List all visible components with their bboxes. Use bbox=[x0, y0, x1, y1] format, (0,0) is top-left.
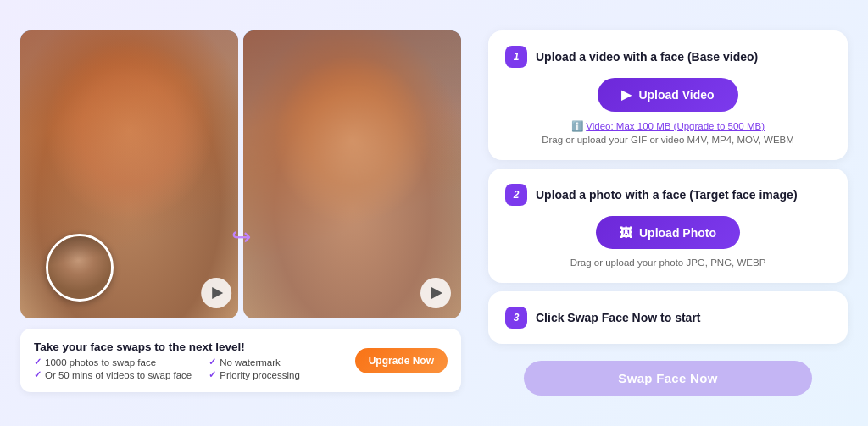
left-panel: ↪ Take your face sw bbox=[20, 30, 461, 392]
upgrade-features: ✓ 1000 photos to swap face ✓ Or 50 mins … bbox=[34, 357, 300, 380]
step-2-drag-hint: Drag or upload your photo JPG, PNG, WEBP bbox=[505, 257, 831, 268]
target-face-preview bbox=[243, 30, 461, 318]
step-1-drag-hint: Drag or upload your GIF or video M4V, MP… bbox=[505, 135, 831, 145]
step-2-title: Upload a photo with a face (Target face … bbox=[536, 188, 798, 202]
upload-photo-icon: 🖼 bbox=[620, 225, 632, 240]
feature-item-1: ✓ 1000 photos to swap face bbox=[34, 357, 192, 368]
step-1-title: Upload a video with a face (Base video) bbox=[536, 50, 758, 64]
check-icon-2: ✓ bbox=[34, 369, 42, 380]
upload-video-label: Upload Video bbox=[638, 88, 714, 102]
step-1-header: 1 Upload a video with a face (Base video… bbox=[505, 46, 831, 68]
swap-face-now-button[interactable]: Swap Face Now bbox=[524, 361, 811, 396]
feature-item-4: ✓ Priority processing bbox=[209, 369, 300, 380]
upgrade-banner: Take your face swaps to the next level! … bbox=[20, 329, 461, 392]
upload-photo-button[interactable]: 🖼 Upload Photo bbox=[596, 216, 740, 249]
step-1-number: 1 bbox=[505, 46, 527, 68]
swap-arrow: ↪ bbox=[231, 223, 251, 251]
upgrade-heading: Take your face swaps to the next level! bbox=[34, 340, 300, 353]
check-icon-3: ✓ bbox=[209, 357, 216, 368]
feature-col-1: ✓ 1000 photos to swap face ✓ Or 50 mins … bbox=[34, 357, 192, 380]
check-icon-4: ✓ bbox=[209, 369, 216, 380]
upgrade-now-button[interactable]: Upgrade Now bbox=[355, 348, 448, 373]
source-face-circle bbox=[46, 234, 114, 302]
feature-label-4: Priority processing bbox=[220, 370, 300, 380]
upload-video-icon: ▶ bbox=[621, 87, 632, 102]
play-icon bbox=[431, 287, 442, 299]
info-icon: ℹ️ bbox=[571, 121, 583, 131]
feature-label-3: No watermark bbox=[220, 357, 281, 368]
upload-photo-label: Upload Photo bbox=[639, 226, 716, 240]
right-panel: 1 Upload a video with a face (Base video… bbox=[488, 30, 848, 396]
step-2-header: 2 Upload a photo with a face (Target fac… bbox=[505, 184, 831, 206]
left-play-button[interactable] bbox=[201, 278, 231, 308]
step-3-card: 3 Click Swap Face Now to start bbox=[488, 291, 848, 344]
play-button[interactable] bbox=[420, 278, 451, 308]
step-1-hint: ℹ️ Video: Max 100 MB (Upgrade to 500 MB) bbox=[505, 120, 831, 132]
step-1-card: 1 Upload a video with a face (Base video… bbox=[488, 30, 848, 160]
left-play-icon bbox=[212, 287, 223, 299]
step-2-card: 2 Upload a photo with a face (Target fac… bbox=[488, 169, 848, 283]
feature-item-3: ✓ No watermark bbox=[209, 357, 300, 368]
upload-video-button[interactable]: ▶ Upload Video bbox=[598, 78, 737, 112]
feature-label-2: Or 50 mins of videos to swap face bbox=[45, 370, 192, 380]
check-icon-1: ✓ bbox=[34, 357, 42, 368]
step-2-number: 2 bbox=[505, 184, 527, 206]
hint-link[interactable]: Video: Max 100 MB (Upgrade to 500 MB) bbox=[586, 121, 765, 131]
feature-col-2: ✓ No watermark ✓ Priority processing bbox=[209, 357, 300, 380]
page-wrapper: ↪ Take your face sw bbox=[20, 30, 848, 396]
feature-label-1: 1000 photos to swap face bbox=[45, 357, 156, 368]
step-3-title: Click Swap Face Now to start bbox=[536, 311, 701, 324]
preview-area: ↪ bbox=[20, 30, 461, 318]
upgrade-info: Take your face swaps to the next level! … bbox=[34, 340, 300, 380]
step-3-number: 3 bbox=[505, 307, 527, 329]
feature-item-2: ✓ Or 50 mins of videos to swap face bbox=[34, 369, 192, 380]
